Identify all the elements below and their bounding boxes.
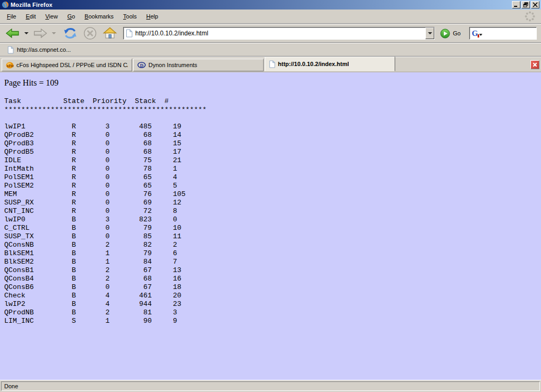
url-input[interactable] (133, 28, 425, 39)
titlebar: Mozilla Firefox (0, 0, 541, 10)
tabs-container: cFoscFos Highspeed DSL / PPPoE und ISDN … (2, 57, 395, 71)
navigation-toolbar: Go G (0, 24, 541, 43)
back-dropdown-icon[interactable] (24, 32, 29, 34)
menu-item-help[interactable]: Help (142, 12, 163, 21)
close-button[interactable] (531, 1, 539, 8)
tab-label: http://10.0.10.2/index.html (278, 61, 349, 67)
page-icon (126, 29, 133, 38)
stop-button[interactable] (82, 26, 98, 41)
menubar: FileEditViewGoBookmarksToolsHelp (0, 10, 541, 24)
bookmarks-toolbar: http://as.cmpnet.co... (0, 43, 541, 57)
back-button[interactable] (4, 26, 21, 40)
tab-1[interactable]: DDynon Instruments (133, 59, 264, 71)
url-bar (123, 27, 435, 40)
url-dropdown-button[interactable] (425, 27, 434, 39)
go-label: Go (453, 30, 461, 36)
status-bar: Done (0, 380, 541, 392)
menubar-items: FileEditViewGoBookmarksToolsHelp (2, 12, 163, 21)
tab-bar: cFoscFos Highspeed DSL / PPPoE und ISDN … (0, 57, 541, 72)
google-logo-icon: G (472, 30, 478, 38)
window-controls (512, 1, 539, 8)
page-content: Page Hits = 109 Task State Priority Stac… (0, 72, 541, 380)
close-tab-button[interactable] (530, 60, 539, 69)
tab-label: cFos Highspeed DSL / PPPoE und ISDN CAP.… (16, 62, 128, 68)
go-button[interactable]: Go (437, 29, 464, 39)
page-favicon (269, 60, 275, 68)
svg-text:D: D (140, 63, 144, 68)
menu-item-go[interactable]: Go (62, 12, 80, 21)
throbber-icon (523, 10, 537, 23)
forward-dropdown-icon[interactable] (52, 32, 56, 34)
browser-window: Mozilla Firefox FileEditViewGoBookmarksT… (0, 0, 541, 392)
home-button[interactable] (102, 26, 118, 41)
bookmark-item[interactable]: http://as.cmpnet.co... (5, 45, 73, 55)
tab-label: Dynon Instruments (148, 62, 197, 68)
forward-button[interactable] (32, 26, 49, 40)
bookmark-label: http://as.cmpnet.co... (17, 46, 71, 53)
page-hits-text: Page Hits = 109 (4, 78, 537, 88)
tab-0[interactable]: cFoscFos Highspeed DSL / PPPoE und ISDN … (2, 59, 132, 71)
menu-item-file[interactable]: File (2, 12, 21, 21)
reload-button[interactable] (62, 26, 78, 41)
search-input[interactable] (482, 30, 536, 37)
menu-item-edit[interactable]: Edit (21, 12, 41, 21)
status-text: Done (1, 381, 540, 391)
task-table: Task State Priority Stack # ************… (4, 97, 537, 325)
restore-button[interactable] (521, 1, 530, 8)
menu-item-bookmarks[interactable]: Bookmarks (80, 12, 118, 21)
dynon-favicon: D (137, 62, 146, 68)
svg-text:cFos: cFos (7, 63, 14, 67)
tab-2-active[interactable]: http://10.0.10.2/index.html (265, 57, 395, 71)
window-title: Mozilla Firefox (11, 2, 52, 8)
minimize-button[interactable] (512, 1, 520, 8)
menu-item-view[interactable]: View (41, 12, 63, 21)
page-icon (7, 46, 14, 54)
firefox-logo-icon (2, 1, 9, 8)
search-box: G (469, 27, 537, 40)
cfos-favicon: cFos (6, 62, 14, 69)
menu-item-tools[interactable]: Tools (118, 12, 142, 21)
